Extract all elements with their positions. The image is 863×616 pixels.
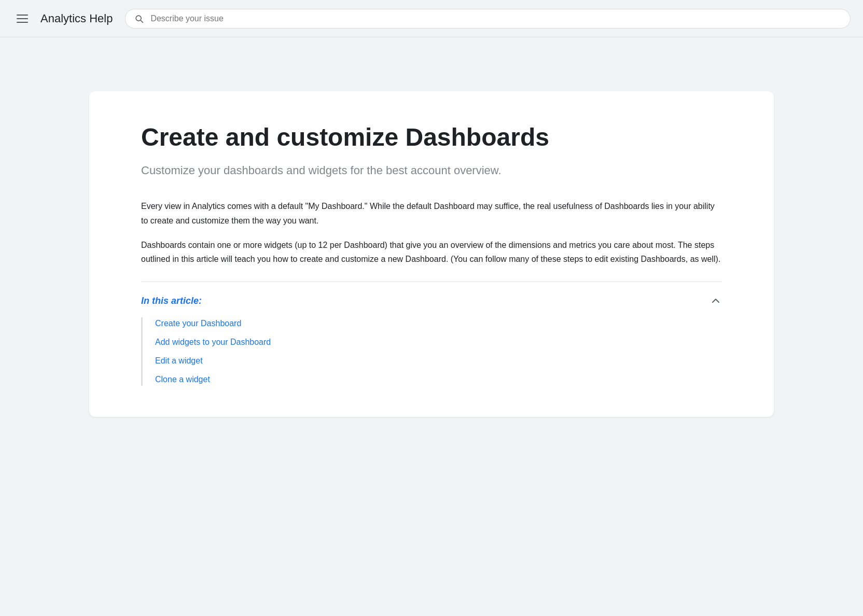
article-title: Create and customize Dashboards bbox=[141, 122, 722, 152]
article-paragraph-1: Every view in Analytics comes with a def… bbox=[141, 199, 722, 227]
toc-list: Create your Dashboard Add widgets to you… bbox=[141, 317, 722, 386]
toc-section: In this article: Create your Dashboard A… bbox=[141, 282, 722, 386]
top-spacer bbox=[0, 50, 863, 91]
search-bar[interactable] bbox=[125, 9, 851, 29]
toc-link-4[interactable]: Clone a widget bbox=[155, 373, 722, 386]
app-title: Analytics Help bbox=[40, 12, 113, 25]
toc-link-1[interactable]: Create your Dashboard bbox=[155, 317, 722, 330]
toc-label: In this article: bbox=[141, 296, 202, 306]
main-content: Create and customize Dashboards Customiz… bbox=[0, 37, 863, 417]
search-icon bbox=[134, 13, 144, 24]
chevron-up-icon[interactable] bbox=[709, 295, 722, 307]
hamburger-menu-button[interactable] bbox=[12, 10, 32, 27]
toc-link-2[interactable]: Add widgets to your Dashboard bbox=[155, 336, 722, 348]
toc-header: In this article: bbox=[141, 295, 722, 307]
article-card: Create and customize Dashboards Customiz… bbox=[89, 91, 774, 417]
article-subtitle: Customize your dashboards and widgets fo… bbox=[141, 163, 722, 179]
article-paragraph-2: Dashboards contain one or more widgets (… bbox=[141, 238, 722, 266]
search-input[interactable] bbox=[150, 14, 842, 23]
toc-link-3[interactable]: Edit a widget bbox=[155, 355, 722, 367]
app-header: Analytics Help bbox=[0, 0, 863, 37]
